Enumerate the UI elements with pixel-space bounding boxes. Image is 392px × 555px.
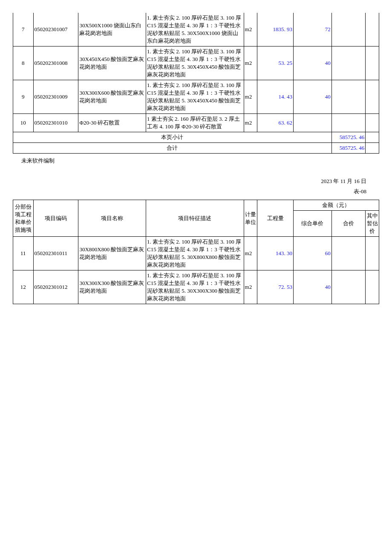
- cell-seq: 10: [13, 114, 34, 132]
- cell-qty: 14. 43: [257, 80, 294, 114]
- hdr-unit-price: 综合单价: [293, 211, 331, 237]
- cell-seq: 8: [13, 46, 34, 80]
- cell-total: [331, 13, 365, 46]
- cell-est: [366, 237, 379, 270]
- cell-unit: m2: [244, 114, 257, 132]
- total-value: 585725. 46: [331, 143, 365, 154]
- cell-name: 30X450X450 酸蚀面芝麻灰花岗岩地面: [78, 46, 146, 80]
- cell-total: [331, 270, 365, 304]
- cell-seq: 9: [13, 80, 34, 114]
- cell-est: [366, 80, 379, 114]
- cell-desc: 1. 素士夯实 2. 100 厚碎石垫层 3. 100 厚 C15 混凝土垫层 …: [146, 13, 244, 46]
- cell-total: [331, 237, 365, 270]
- table-row: 12 050202301012 30X300X300 酸蚀面芝麻灰花岗岩地面 1…: [13, 270, 379, 304]
- hdr-code: 项目编码: [33, 200, 78, 237]
- hdr-desc: 项目特征描述: [146, 200, 244, 237]
- subtotal-value: 585725. 46: [331, 132, 365, 143]
- cell-qty: 143. 30: [257, 237, 294, 270]
- hdr-qty: 工程量: [257, 200, 294, 237]
- cell-est: [366, 46, 379, 80]
- cell-desc: 1. 素士夯实 2. 100 厚碎石垫层 3. 100 厚 C15 混凝土垫层 …: [146, 46, 244, 80]
- cell-price: 40: [293, 46, 331, 80]
- cell-code: 050202301012: [33, 270, 78, 304]
- cell-name: 30X300X300 酸蚀面芝麻灰花岗岩地面: [78, 270, 146, 304]
- cell-desc: 1. 素士夯实 2. 100 厚碎石垫层 3. 100 厚 C15 混凝土垫层 …: [146, 237, 244, 270]
- hdr-unit: 计量单位: [244, 200, 257, 237]
- cell-qty: 53. 25: [257, 46, 294, 80]
- cell-unit: m2: [244, 13, 257, 46]
- cell-price: 60: [293, 237, 331, 270]
- hdr-amount: 金额（元）: [293, 200, 379, 211]
- cell-code: 050202301007: [33, 13, 78, 46]
- cell-name: Φ20-30 碎石散置: [78, 114, 146, 132]
- cell-name: 30X500X1000 烧面山东白麻花岗岩地面: [78, 13, 146, 46]
- cell-est: [366, 13, 379, 46]
- cell-name: 30X300X600 酸蚀面芝麻灰花岗岩地面: [78, 80, 146, 114]
- cell-seq: 12: [13, 270, 34, 304]
- table-row: 10 050202301010 Φ20-30 碎石散置 1 素士夯实 2. 16…: [13, 114, 379, 132]
- cell-total: [331, 80, 365, 114]
- hdr-name: 项目名称: [78, 200, 146, 237]
- cell-unit: m2: [244, 237, 257, 270]
- cell-price: [293, 114, 331, 132]
- document-date: 2023 年 11 月 16 日: [13, 177, 379, 185]
- cell-unit: m2: [244, 80, 257, 114]
- table-number: 表-08: [13, 188, 379, 195]
- table-row: 8 050202301008 30X450X450 酸蚀面芝麻灰花岗岩地面 1.…: [13, 46, 379, 80]
- hdr-section: 分部份项工程和单价措施项: [13, 200, 34, 237]
- cell-price: 72: [293, 13, 331, 46]
- cell-total: [331, 46, 365, 80]
- cell-desc: 1. 素士夯实 2. 100 厚碎石垫层 3. 100 厚 C15 混凝土垫层 …: [146, 80, 244, 114]
- table-row: 7 050202301007 30X500X1000 烧面山东白麻花岗岩地面 1…: [13, 13, 379, 46]
- table-row: 11 050202301011 30X800X800 酸蚀面芝麻灰花岗岩地面 1…: [13, 237, 379, 270]
- cell-price: 40: [293, 270, 331, 304]
- boq-table-2: 分部份项工程和单价措施项 项目编码 项目名称 项目特征描述 计量单位 工程量 金…: [13, 200, 379, 304]
- cell-name: 30X800X800 酸蚀面芝麻灰花岗岩地面: [78, 237, 146, 270]
- cell-est: [366, 270, 379, 304]
- cell-code: 050202301009: [33, 80, 78, 114]
- cell-qty: 63. 62: [257, 114, 294, 132]
- boq-table-1: 7 050202301007 30X500X1000 烧面山东白麻花岗岩地面 1…: [13, 13, 379, 154]
- total-row: 合计 585725. 46: [13, 143, 379, 154]
- subtotal-row: 本页小计 585725. 46: [13, 132, 379, 143]
- cell-empty: [366, 143, 379, 154]
- cell-empty: [366, 132, 379, 143]
- cell-code: 050202301011: [33, 237, 78, 270]
- footer-note: 未来软件编制: [21, 157, 379, 165]
- table-row: 9 050202301009 30X300X600 酸蚀面芝麻灰花岗岩地面 1.…: [13, 80, 379, 114]
- total-label: 合计: [13, 143, 332, 154]
- cell-qty: 72. 53: [257, 270, 294, 304]
- cell-unit: m2: [244, 46, 257, 80]
- hdr-estimate: 其中暂估价: [366, 211, 379, 237]
- cell-qty: 1835. 93: [257, 13, 294, 46]
- subtotal-label: 本页小计: [13, 132, 332, 143]
- cell-seq: 11: [13, 237, 34, 270]
- cell-total: [331, 114, 365, 132]
- cell-desc: 1. 素士夯实 2. 100 厚碎石垫层 3. 100 厚 C15 混凝土垫层 …: [146, 270, 244, 304]
- cell-code: 050202301010: [33, 114, 78, 132]
- cell-unit: m2: [244, 270, 257, 304]
- header-row-1: 分部份项工程和单价措施项 项目编码 项目名称 项目特征描述 计量单位 工程量 金…: [13, 200, 379, 211]
- cell-seq: 7: [13, 13, 34, 46]
- cell-price: 40: [293, 80, 331, 114]
- cell-est: [366, 114, 379, 132]
- cell-code: 050202301008: [33, 46, 78, 80]
- hdr-total-price: 合价: [331, 211, 365, 237]
- cell-desc: 1 素士夯实 2. 160 厚碎石垫层 3. 2 厚土工布 4. 100 厚 Φ…: [146, 114, 244, 132]
